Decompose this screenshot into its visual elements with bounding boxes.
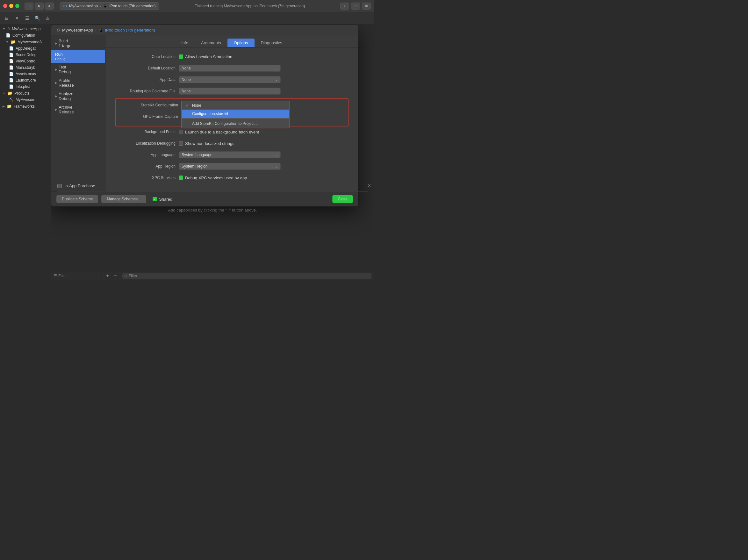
remove-capability-btn[interactable]: − — [112, 273, 118, 279]
iap-checkbox[interactable] — [57, 184, 62, 188]
minimize-button[interactable] — [9, 4, 14, 8]
config-icon: 📄 — [6, 33, 10, 38]
frameworks-disclosure: ▶ — [3, 105, 5, 108]
app-region-label: App Region — [115, 164, 179, 168]
main-content: ▼ A MyAwesomeApp 📄 Configuration ▼ 📁 MyA… — [0, 24, 374, 280]
content-area: ⚙ MyAwesomeApp › 📱 iPod touch (7th gener… — [51, 24, 374, 280]
sidebar-toggle-btn[interactable]: ⊟ — [25, 3, 33, 9]
routing-dropdown[interactable]: None ⌄ — [179, 88, 281, 95]
app-region-arrow: ⌄ — [275, 165, 278, 168]
back-btn[interactable]: ↩ — [351, 3, 360, 9]
toolbar: ⊟ ✕ ☰ 🔍 ⚠ — [0, 12, 374, 24]
filter-icon: ⊙ — [124, 274, 127, 278]
core-location-text: Allow Location Simulation — [185, 54, 232, 59]
sidebar-item-scenedelegate[interactable]: 📄 SceneDeleg — [0, 52, 51, 58]
app-region-dropdown[interactable]: System Region ⌄ — [179, 163, 281, 170]
sidebar-item-viewcontroller[interactable]: 📄 ViewContro — [0, 58, 51, 64]
background-fetch-checkbox[interactable] — [179, 130, 183, 134]
iap-close-btn[interactable]: × — [368, 183, 371, 189]
scheme-list: ▶ Build 1 target Run Debug ▶ Test — [51, 36, 106, 191]
sidebar-item-infoplist[interactable]: 📄 Info.plist — [0, 84, 51, 90]
assets-icon: 📄 — [9, 72, 14, 76]
scheme-list-profile[interactable]: ▶ Profile Release — [51, 76, 105, 90]
app-data-dropdown[interactable]: None ⌄ — [179, 76, 281, 83]
sidebar-item-mainstoryboard[interactable]: 📄 Main.storyb — [0, 64, 51, 71]
assets-label: Assets.xcas — [16, 72, 36, 76]
sidebar-item-products[interactable]: ▼ 📁 Products — [0, 90, 51, 96]
app-data-label: App Data — [115, 77, 179, 82]
default-location-dropdown[interactable]: None ⌄ — [179, 65, 281, 72]
scheme-list-analyze[interactable]: ▶ Analyze Debug — [51, 90, 105, 103]
scheme-panel: Info Arguments Options Diagnostics Core … — [106, 36, 358, 191]
routing-label: Routing App Coverage File — [115, 89, 179, 93]
tab-arguments[interactable]: Arguments — [195, 39, 228, 47]
default-location-arrow: ⌄ — [275, 67, 278, 70]
profile-arrow: ▶ — [55, 81, 57, 85]
app-data-arrow: ⌄ — [275, 78, 278, 81]
routing-value: None ⌄ — [179, 88, 349, 95]
appdelegate-icon: 📄 — [9, 46, 14, 51]
core-location-checkbox[interactable]: ✓ — [179, 54, 183, 59]
sidebar-item-assets[interactable]: 📄 Assets.xcas — [0, 71, 51, 77]
play-btn[interactable]: ▶ — [35, 3, 44, 9]
form-row-core-location: Core Location ✓ Allow Location Simulatio… — [115, 52, 349, 61]
search-btn[interactable]: 🔍 — [33, 14, 41, 22]
products-disclosure: ▼ — [3, 92, 5, 95]
iap-row: In-App Purchase × — [57, 184, 368, 192]
titlebar-right-buttons: + ↩ ⊞ — [340, 3, 371, 9]
warning-btn[interactable]: ⚠ — [43, 14, 52, 22]
infoplist-label: Info.plist — [16, 85, 30, 89]
split-view-btn[interactable]: ⊞ — [362, 3, 371, 9]
xpc-checkbox[interactable]: ✓ — [179, 176, 183, 180]
sidebar-filter-icon: ☰ — [53, 274, 57, 278]
add-capability-btn[interactable]: + — [104, 273, 111, 279]
frameworks-label: Frameworks — [14, 104, 35, 109]
scenedelegate-label: SceneDeleg — [16, 52, 36, 57]
close-button[interactable] — [3, 4, 7, 8]
scheme-app-label: MyAwesomeApp — [69, 4, 98, 8]
hide-panel-btn[interactable]: ⊟ — [3, 14, 11, 22]
default-location-selected: None — [182, 66, 191, 70]
scheme-selector[interactable]: ⚙ MyAwesomeApp › 📱 iPod touch (7th gener… — [60, 2, 159, 10]
tab-diagnostics[interactable]: Diagnostics — [255, 39, 289, 47]
tab-options[interactable]: Options — [228, 39, 255, 47]
sidebar-item-myawesome-product[interactable]: 🔨 MyAwesom — [0, 96, 51, 103]
scheme-list-archive[interactable]: ▶ Archive Release — [51, 103, 105, 116]
disclosure-arrow2: ▼ — [6, 41, 8, 44]
xpc-value: ✓ Debug XPC services used by app — [179, 176, 349, 180]
storekit-option-add[interactable]: Add StoreKit Configuration to Project... — [182, 119, 289, 128]
storekit-option-config[interactable]: Configuration.storekit — [182, 110, 289, 118]
app-language-dropdown[interactable]: System Language ⌄ — [179, 151, 281, 158]
archive-title: Archive — [59, 105, 74, 110]
storekit-option-none[interactable]: ✓ None — [182, 101, 289, 110]
localization-label: Localization Debugging — [115, 141, 179, 145]
sidebar-item-myawesomeapp[interactable]: ▼ A MyAwesomeApp — [0, 25, 51, 32]
sidebar-item-frameworks[interactable]: ▶ 📁 Frameworks — [0, 103, 51, 110]
sidebar-item-configuration[interactable]: 📄 Configuration — [0, 32, 51, 39]
sidebar-item-myawesomea[interactable]: ▼ 📁 MyAwesomeA — [0, 39, 51, 45]
add-tab-btn[interactable]: + — [340, 3, 349, 9]
gpu-label: GPU Frame Capture — [118, 114, 181, 119]
analyze-arrow: ▶ — [55, 95, 57, 98]
config-option-label: Configuration.storekit — [192, 112, 228, 116]
form-row-routing: Routing App Coverage File None ⌄ — [115, 87, 349, 95]
launchscreen-label: LaunchScre — [16, 78, 36, 83]
analyze-title: Analyze — [59, 91, 73, 96]
build-arrow: ▶ — [55, 42, 57, 45]
storekit-popup: ✓ None Configuration.storekit — [181, 101, 289, 129]
scheme-list-run[interactable]: Run Debug — [51, 50, 105, 63]
stop-btn[interactable]: ■ — [45, 3, 54, 9]
localization-checkbox[interactable] — [179, 141, 183, 145]
sidebar-item-appdelegate[interactable]: 📄 AppDelegat — [0, 45, 51, 52]
localization-text: Show non-localized strings — [185, 141, 234, 146]
maximize-button[interactable] — [15, 4, 19, 8]
dismiss-btn[interactable]: ✕ — [13, 14, 21, 22]
storekit-label: StoreKit Configuration — [118, 103, 181, 107]
sidebar-item-launchscreen[interactable]: 📄 LaunchScre — [0, 77, 51, 84]
app-language-arrow: ⌄ — [275, 153, 278, 157]
navigator-btn[interactable]: ☰ — [23, 14, 31, 22]
app-language-selected: System Language — [182, 153, 212, 157]
scheme-list-build[interactable]: ▶ Build 1 target — [51, 37, 105, 50]
tab-info[interactable]: Info — [175, 39, 195, 47]
scheme-list-test[interactable]: ▶ Test Debug — [51, 63, 105, 76]
